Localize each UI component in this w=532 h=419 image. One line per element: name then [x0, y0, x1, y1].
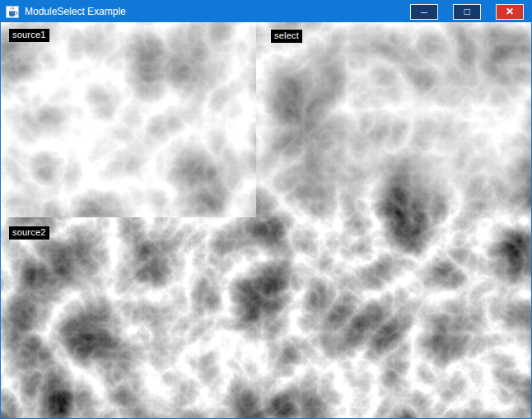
window-controls: ─ □ ✕ [410, 4, 531, 20]
titlebar[interactable]: ModuleSelect Example ─ □ ✕ [1, 1, 531, 22]
window: ModuleSelect Example ─ □ ✕ [0, 0, 532, 419]
close-button[interactable]: ✕ [496, 4, 524, 20]
minimize-button[interactable]: ─ [410, 4, 438, 20]
source1-panel [1, 22, 256, 217]
window-title: ModuleSelect Example [25, 6, 410, 17]
close-icon: ✕ [506, 7, 514, 16]
minimize-icon: ─ [421, 8, 427, 17]
maximize-button[interactable]: □ [453, 4, 481, 20]
source1-label: source1 [9, 29, 49, 42]
select-label: select [271, 30, 302, 43]
maximize-icon: □ [464, 7, 469, 16]
java-app-icon [6, 6, 19, 18]
source2-label: source2 [9, 226, 49, 240]
render-canvas: source1 select source2 [1, 22, 531, 418]
